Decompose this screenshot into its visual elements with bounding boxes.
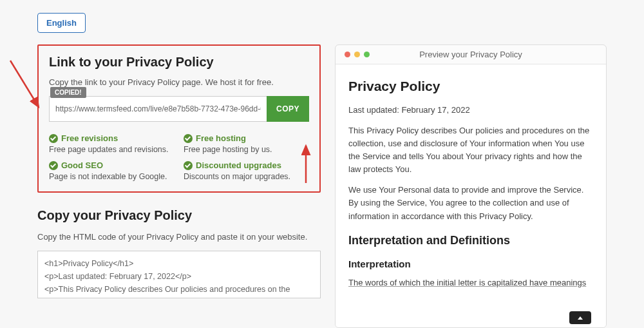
link-subtext: Copy the link to your Privacy Policy pag… <box>49 77 309 87</box>
feature-free-revisions: Free revisions Free page updates and rev… <box>49 133 175 154</box>
feature-title: Free revisions <box>61 133 118 143</box>
feature-good-seo: Good SEO Page is not indexable by Google… <box>49 160 175 181</box>
left-column: Link to your Privacy Policy Copy the lin… <box>37 44 321 328</box>
copied-badge: COPIED! <box>50 87 86 98</box>
preview-h2: Interpretation and Definitions <box>348 232 593 250</box>
window-dot-red-icon <box>345 52 350 57</box>
preview-p2: We use Your Personal data to provide and… <box>348 184 593 222</box>
check-icon <box>184 161 193 170</box>
preview-p1: This Privacy Policy describes Our polici… <box>348 124 593 177</box>
url-row: COPIED! COPY <box>49 96 309 122</box>
feature-title: Discounted upgrades <box>196 160 281 170</box>
copy-button[interactable]: COPY <box>267 96 309 122</box>
preview-h3: Interpretation <box>348 256 593 271</box>
feature-free-hosting: Free hosting Free page hosting by us. <box>184 133 309 154</box>
preview-title: Preview your Privacy Policy <box>336 50 606 59</box>
right-column: Preview your Privacy Policy Privacy Poli… <box>335 44 607 328</box>
feature-desc: Discounts on major upgrades. <box>184 172 309 181</box>
copy-section: Copy your Privacy Policy Copy the HTML c… <box>37 208 321 298</box>
feature-grid: Free revisions Free page updates and rev… <box>49 133 309 181</box>
code-line: <h1>Privacy Policy</h1> <box>44 257 314 270</box>
preview-updated: Last updated: February 17, 2022 <box>348 104 593 117</box>
link-heading: Link to your Privacy Policy <box>49 55 309 70</box>
feature-desc: Free page hosting by us. <box>184 145 309 154</box>
feature-desc: Free page updates and revisions. <box>49 145 175 154</box>
preview-body[interactable]: Privacy Policy Last updated: February 17… <box>336 64 606 327</box>
feature-title: Free hosting <box>196 133 246 143</box>
feature-desc: Page is not indexable by Google. <box>49 172 175 181</box>
check-icon <box>49 161 58 170</box>
link-card: Link to your Privacy Policy Copy the lin… <box>37 44 321 193</box>
window-dot-yellow-icon <box>354 52 360 57</box>
preview-p3: The words of which the initial letter is… <box>348 276 593 289</box>
check-icon <box>184 134 193 143</box>
code-line: <p>This Privacy Policy describes Our pol… <box>44 283 314 296</box>
html-code-box[interactable]: <h1>Privacy Policy</h1> <p>Last updated:… <box>37 251 321 298</box>
window-dot-green-icon <box>364 52 370 57</box>
check-icon <box>49 134 58 143</box>
scroll-to-top-button[interactable] <box>569 311 591 324</box>
feature-discounted-upgrades: Discounted upgrades Discounts on major u… <box>184 160 309 181</box>
copy-subtext: Copy the HTML code of your Privacy Polic… <box>37 232 321 242</box>
preview-titlebar: Preview your Privacy Policy <box>336 45 606 64</box>
language-button[interactable]: English <box>37 13 86 33</box>
copy-heading: Copy your Privacy Policy <box>37 208 321 223</box>
url-input[interactable] <box>49 96 267 122</box>
feature-title: Good SEO <box>61 160 103 170</box>
code-line: <p>Last updated: February 17, 2022</p> <box>44 270 314 283</box>
preview-h1: Privacy Policy <box>348 76 593 97</box>
preview-window: Preview your Privacy Policy Privacy Poli… <box>335 44 607 328</box>
